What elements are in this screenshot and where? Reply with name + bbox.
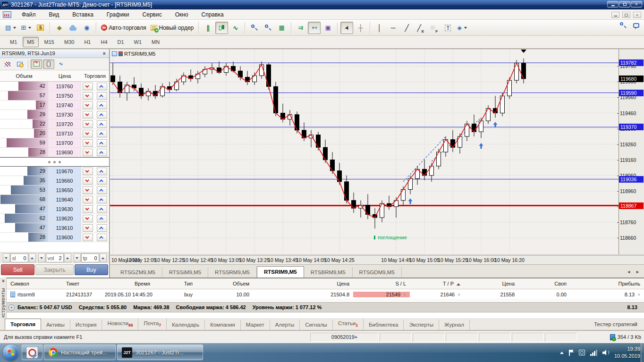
channel-button[interactable]: ╱E — [414, 22, 427, 34]
sell-chevron-button[interactable] — [83, 196, 93, 203]
connection-icon[interactable] — [610, 334, 615, 340]
dom-volume-cell[interactable]: 35 — [0, 176, 48, 185]
dom-volume-cell[interactable]: 68 — [0, 195, 48, 204]
dom-price-cell[interactable]: 119730 — [48, 110, 81, 119]
dom-volume-cell[interactable]: 62 — [0, 214, 48, 223]
signals-button[interactable]: ◉ — [80, 22, 93, 34]
dom-volume-cell[interactable]: 20 — [0, 129, 48, 138]
buy-chevron-button[interactable] — [97, 111, 107, 118]
new-order-button[interactable]: Новый ордер — [149, 22, 195, 34]
toolbox-tab-библиотека[interactable]: Библиотека — [364, 320, 404, 330]
remove-sl-icon[interactable]: × — [403, 292, 406, 297]
toolbox-close-icon[interactable]: × — [0, 278, 7, 284]
buy-chevron-button[interactable] — [97, 149, 107, 156]
buy-chevron-button[interactable] — [97, 83, 107, 90]
mdi-close-icon[interactable]: × — [633, 12, 641, 18]
taskbar-j2t-button[interactable]: J2T 3021267 - Just2Tr... — [117, 345, 203, 360]
profiles-button[interactable]: ⊞ — [19, 22, 33, 34]
col-header-profit[interactable]: Прибыль — [570, 281, 644, 286]
timeframe-m15[interactable]: M15 — [40, 37, 59, 47]
col-header-time[interactable]: Время — [101, 281, 154, 286]
dom-price-cell[interactable]: 119610 — [48, 223, 81, 232]
new-chart-button[interactable]: ▤ — [3, 22, 18, 34]
action-center-flag-icon[interactable] — [569, 350, 574, 356]
sell-chevron-button[interactable] — [83, 149, 93, 156]
expand-icon[interactable]: + — [8, 304, 15, 311]
toolbox-tab-журнал[interactable]: Журнал — [439, 320, 470, 330]
col-header-tp[interactable]: T / P — [410, 281, 464, 286]
timeframe-h4[interactable]: H4 — [96, 37, 111, 47]
buy-chevron-button[interactable] — [97, 234, 107, 241]
toolbox-vertical-label[interactable]: Инструменты — [0, 288, 7, 323]
timeframe-m1[interactable]: M1 — [6, 37, 21, 47]
tp-field[interactable]: tp0 — [81, 253, 99, 262]
network-icon[interactable] — [590, 350, 597, 356]
menu-item-window[interactable]: Окно — [169, 9, 195, 20]
sell-chevron-button[interactable] — [83, 177, 93, 185]
maximize-window-icon[interactable] — [619, 1, 630, 8]
mql5-button[interactable]: ◆ — [53, 22, 66, 34]
buy-chevron-button[interactable] — [97, 92, 107, 100]
sell-chevron-button[interactable] — [83, 83, 93, 90]
close-position-button[interactable]: Закрыть — [35, 264, 73, 275]
vps-button[interactable] — [67, 22, 79, 34]
dom-price-cell[interactable]: 119620 — [48, 214, 81, 223]
zoom-out-button[interactable]: − — [262, 22, 274, 34]
dom-volume-cell[interactable]: 17 — [0, 101, 48, 109]
chart-tab-rtsbrm9m5[interactable]: RTSBRM9,M5 — [304, 267, 353, 278]
dom-price-cell[interactable]: 119690 — [48, 148, 81, 157]
buy-chevron-button[interactable] — [97, 186, 107, 194]
templates-button[interactable]: ▣ — [322, 22, 334, 34]
toolbox-tab-история[interactable]: История — [70, 320, 102, 330]
sell-chevron-button[interactable] — [83, 205, 93, 213]
sl-increase-button[interactable] — [29, 253, 36, 262]
dom-volume-cell[interactable]: 47 — [0, 223, 48, 232]
dom-volume-cell[interactable]: 57 — [0, 91, 48, 100]
mdi-restore-icon[interactable] — [622, 12, 630, 18]
col-header-type[interactable]: Тип — [154, 281, 196, 286]
sell-chevron-button[interactable] — [83, 234, 93, 241]
col-header-ticket[interactable]: Тикет — [62, 281, 101, 286]
auto-scroll-button[interactable]: ⇉ — [294, 22, 307, 34]
sell-chevron-button[interactable] — [83, 130, 93, 137]
time-axis[interactable]: 10 May 201910 May 12:0510 May 12:2510 Ma… — [110, 255, 644, 264]
dom-one-click-icon[interactable] — [31, 59, 42, 69]
dom-price-cell[interactable]: 119760 — [48, 82, 81, 91]
sl-field[interactable]: sl0 — [10, 253, 28, 262]
tray-clock[interactable]: 19:39 10.05.2019 — [614, 345, 640, 360]
buy-chevron-button[interactable] — [97, 130, 107, 137]
dom-quotes-icon[interactable] — [2, 59, 13, 69]
toolbox-tab-новости[interactable]: Новости99 — [102, 318, 138, 330]
dom-price-cell[interactable]: 119740 — [48, 101, 81, 109]
sell-chevron-button[interactable] — [83, 215, 93, 222]
menu-item-file[interactable]: Файл — [15, 9, 42, 20]
toolbox-tab-сигналы[interactable]: Сигналы — [300, 320, 333, 330]
line-chart-button[interactable]: ∿ — [229, 22, 242, 34]
dom-price-cell[interactable]: 119700 — [48, 138, 81, 147]
buy-button[interactable]: Buy — [75, 264, 108, 275]
chart-tab-rtsrim9m5[interactable]: RTSRIM9,M5 — [257, 266, 304, 278]
timeframe-m30[interactable]: M30 — [60, 37, 78, 47]
volume-increase-button[interactable] — [64, 253, 71, 262]
zoom-in-button[interactable]: + — [248, 22, 261, 34]
chart-tab-rtsgzm9m5[interactable]: RTSGZM9,M5 — [114, 267, 162, 278]
toolbox-tab-торговля[interactable]: Торговля — [5, 319, 41, 330]
col-header-volume[interactable]: Объем — [196, 281, 253, 286]
dom-volume-cell[interactable]: 29 — [0, 110, 48, 119]
bars-button[interactable]: ∥ — [202, 22, 214, 34]
update-icon[interactable] — [579, 350, 585, 355]
minimize-window-icon[interactable] — [607, 1, 619, 8]
buy-chevron-button[interactable] — [97, 196, 107, 203]
buy-chevron-button[interactable] — [97, 101, 107, 109]
dom-volume-cell[interactable]: 29 — [0, 167, 48, 176]
chart-shift-button[interactable]: ↤ — [308, 22, 321, 34]
dom-volume-cell[interactable]: 47 — [0, 204, 48, 213]
search-icon[interactable] — [619, 22, 627, 29]
tray-expand-icon[interactable] — [560, 352, 564, 354]
volume-field[interactable]: vol2 — [46, 253, 64, 262]
menu-item-tools[interactable]: Сервис — [136, 9, 169, 20]
show-desktop-button[interactable] — [641, 343, 644, 362]
dom-price-cell[interactable]: 119670 — [48, 167, 81, 176]
tp-decrease-button[interactable] — [74, 253, 81, 262]
dom-volume-cell[interactable]: 22 — [0, 119, 48, 128]
